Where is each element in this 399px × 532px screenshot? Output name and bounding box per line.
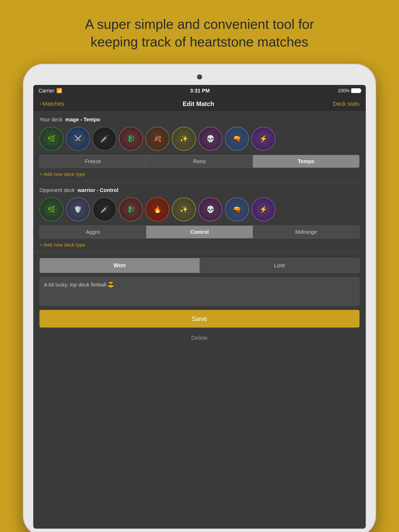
opponent-deck-label: Opponent deck warrior - Control xyxy=(39,187,360,193)
your-hero-warlock[interactable]: 💀 xyxy=(198,127,222,151)
opp-hero-shaman[interactable]: 🐉 xyxy=(119,197,143,221)
back-button[interactable]: ‹ Matches xyxy=(39,101,64,107)
status-bar: Carrier 📶 3:31 PM 100% xyxy=(33,85,366,96)
opp-hero-warlock[interactable]: 💀 xyxy=(198,197,222,221)
opp-hero-hunter[interactable]: 🔥 xyxy=(145,197,169,221)
result-selector: Won Lost xyxy=(39,258,360,273)
battery-pct: 100% xyxy=(338,88,350,94)
your-hero-druid[interactable]: 🌿 xyxy=(39,127,63,151)
front-camera xyxy=(197,74,202,80)
your-deck-hero-row: 🌿 ⚔️ 🗡️ 🐉 🍂 ✨ 💀 🔫 ⚡ xyxy=(39,127,360,151)
opponent-deck-name: warrior - Control xyxy=(78,187,118,193)
your-hero-mage[interactable]: ✨ xyxy=(172,127,196,151)
navigation-bar: ‹ Matches Edit Match Deck stats xyxy=(33,96,366,111)
screen-content: Your deck mage - Tempo 🌿 ⚔️ 🗡️ 🐉 🍂 ✨ 💀 🔫… xyxy=(33,111,366,529)
chevron-left-icon: ‹ xyxy=(39,101,41,107)
your-deck-name: mage - Tempo xyxy=(65,117,100,122)
battery-icon xyxy=(351,88,361,93)
your-deck-type-freeze[interactable]: Freeze xyxy=(40,155,146,168)
opp-deck-type-control[interactable]: Control xyxy=(146,226,253,238)
your-deck-add-type-button[interactable]: + Add new deck type xyxy=(39,170,360,178)
opp-hero-priest[interactable]: ⚡ xyxy=(251,197,275,221)
your-hero-priest[interactable]: ⚡ xyxy=(251,127,275,151)
section-divider-2 xyxy=(33,252,366,253)
opponent-deck-hero-row: 🌿 🛡️ 🗡️ 🐉 🔥 ✨ 💀 🔫 ⚡ xyxy=(39,197,360,221)
wifi-icon: 📶 xyxy=(56,88,62,94)
notes-text: A bit lucky, top deck fireball 😎 xyxy=(44,282,114,288)
notes-field[interactable]: A bit lucky, top deck fireball 😎 xyxy=(39,277,360,306)
app-headline: A super simple and convenient tool for k… xyxy=(54,0,345,64)
delete-button[interactable]: Delete xyxy=(39,330,360,346)
tablet-device: Carrier 📶 3:31 PM 100% ‹ Matches Edit Ma… xyxy=(23,64,376,532)
nav-title: Edit Match xyxy=(183,100,214,108)
opponent-deck-section: Opponent deck warrior - Control 🌿 🛡️ 🗡️ … xyxy=(33,182,366,252)
status-time: 3:31 PM xyxy=(190,88,210,94)
opponent-deck-add-type-button[interactable]: + Add new deck type xyxy=(39,241,360,249)
opp-hero-mage[interactable]: ✨ xyxy=(172,197,196,221)
save-button[interactable]: Save xyxy=(39,310,360,328)
deck-stats-button[interactable]: Deck stats xyxy=(333,101,360,107)
opp-deck-type-aggro[interactable]: Aggro xyxy=(40,226,146,238)
carrier-label: Carrier xyxy=(38,88,54,94)
lost-button[interactable]: Lost xyxy=(200,258,360,273)
carrier-info: Carrier 📶 xyxy=(38,88,62,94)
your-hero-warrior[interactable]: ⚔️ xyxy=(66,127,90,151)
opp-hero-druid[interactable]: 🌿 xyxy=(39,197,63,221)
your-deck-section: Your deck mage - Tempo 🌿 ⚔️ 🗡️ 🐉 🍂 ✨ 💀 🔫… xyxy=(33,111,366,182)
opp-deck-type-midrange[interactable]: Midrange xyxy=(253,226,359,238)
your-deck-type-reno[interactable]: Reno xyxy=(146,155,253,168)
tablet-screen: Carrier 📶 3:31 PM 100% ‹ Matches Edit Ma… xyxy=(33,85,366,529)
battery-fill xyxy=(352,89,360,92)
your-hero-shaman[interactable]: 🐉 xyxy=(119,127,143,151)
status-battery: 100% xyxy=(338,88,361,94)
opponent-deck-type-selector: Aggro Control Midrange xyxy=(39,225,360,238)
won-button[interactable]: Won xyxy=(40,258,200,273)
your-deck-type-selector: Freeze Reno Tempo xyxy=(39,155,360,168)
opp-hero-paladin[interactable]: 🔫 xyxy=(225,197,249,221)
your-deck-label: Your deck mage - Tempo xyxy=(39,117,360,123)
opp-hero-rogue[interactable]: 🗡️ xyxy=(92,197,116,221)
your-hero-hunter[interactable]: 🍂 xyxy=(145,127,169,151)
opp-hero-warrior[interactable]: 🛡️ xyxy=(66,197,90,221)
back-label: Matches xyxy=(42,101,64,107)
your-hero-rogue[interactable]: 🗡️ xyxy=(92,127,116,151)
your-deck-type-tempo[interactable]: Tempo xyxy=(253,155,359,168)
your-hero-paladin[interactable]: 🔫 xyxy=(225,127,249,151)
